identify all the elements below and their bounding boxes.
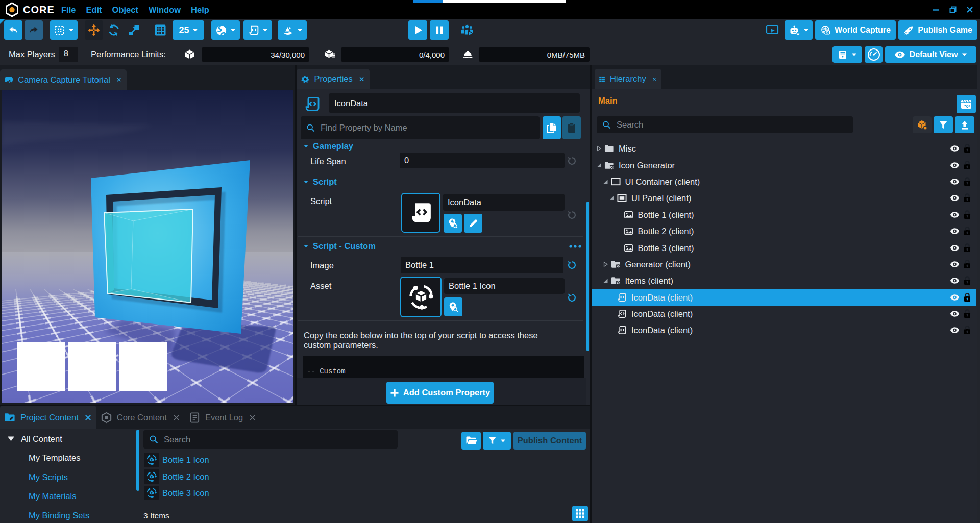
copy-properties-button[interactable]: [543, 116, 561, 139]
image-reset-icon[interactable]: [567, 260, 577, 270]
content-tree-item[interactable]: All Content: [0, 429, 135, 449]
content-filter-dropdown[interactable]: [483, 432, 511, 450]
expander-icon[interactable]: [603, 179, 608, 184]
lock-icon[interactable]: [964, 177, 971, 186]
visibility-eye-icon[interactable]: [950, 294, 960, 301]
image-value-input[interactable]: Bottle 1: [401, 257, 564, 273]
content-item[interactable]: Bottle 2 Icon: [141, 468, 346, 485]
asset-reset-icon[interactable]: [567, 293, 577, 303]
script-reset-icon[interactable]: [567, 210, 577, 220]
lock-icon[interactable]: [964, 243, 971, 253]
visibility-eye-icon[interactable]: [950, 228, 960, 235]
content-tab[interactable]: Event Log: [185, 406, 261, 429]
expander-icon[interactable]: [603, 278, 608, 284]
export-template-button[interactable]: [955, 116, 974, 133]
visibility-eye-icon[interactable]: [950, 211, 960, 218]
hierarchy-row[interactable]: IconData (client): [592, 289, 976, 306]
lock-icon[interactable]: [964, 144, 971, 154]
expander-icon[interactable]: [603, 261, 608, 267]
menu-item[interactable]: Window: [149, 5, 181, 15]
visibility-eye-icon[interactable]: [950, 162, 960, 169]
lock-icon[interactable]: [964, 160, 971, 170]
lock-icon[interactable]: [964, 193, 971, 203]
script-edit-button[interactable]: [464, 214, 482, 233]
content-tree-item[interactable]: My Templates: [0, 449, 135, 468]
undo-button[interactable]: [4, 20, 22, 40]
content-tree-scrollbar[interactable]: [136, 430, 139, 491]
asset-find-button[interactable]: [444, 297, 462, 316]
menu-item[interactable]: Edit: [86, 5, 102, 15]
minimize-button[interactable]: [931, 5, 941, 15]
terrain-dropdown[interactable]: [278, 20, 307, 40]
object-name-input[interactable]: IconData: [329, 93, 580, 113]
menu-item[interactable]: File: [61, 5, 76, 15]
script-dropdown[interactable]: [243, 20, 272, 40]
hierarchy-row[interactable]: Bottle 3 (client): [592, 239, 976, 256]
content-tab-close-icon[interactable]: [85, 414, 91, 421]
scene-settings-button[interactable]: [957, 95, 976, 113]
viewport-tab[interactable]: Camera Capture Tutorial: [0, 69, 127, 90]
hierarchy-row[interactable]: Items (client): [592, 272, 976, 289]
menu-item[interactable]: Help: [191, 5, 209, 15]
close-button[interactable]: [965, 5, 975, 15]
hierarchy-row[interactable]: Bottle 1 (client): [592, 207, 976, 223]
add-custom-property-button[interactable]: Add Custom Property: [386, 382, 494, 404]
script-asset-button[interactable]: [401, 193, 440, 233]
publish-game-button[interactable]: Publish Game: [898, 20, 977, 40]
multiplayer-preview-button[interactable]: [457, 20, 477, 40]
property-search-input[interactable]: Find Property by Name: [301, 116, 540, 139]
screen-share-button[interactable]: [764, 20, 781, 40]
pause-button[interactable]: [430, 20, 449, 40]
default-view-dropdown[interactable]: Default View: [885, 46, 976, 63]
max-players-input[interactable]: 8: [59, 47, 78, 62]
restore-button[interactable]: [948, 5, 958, 15]
asset-thumbnail-button[interactable]: [400, 277, 442, 317]
content-item[interactable]: Bottle 1 Icon: [141, 452, 346, 468]
content-tab-close-icon[interactable]: [249, 414, 256, 421]
section-gameplay[interactable]: Gameplay: [303, 141, 353, 151]
section-menu-icon[interactable]: [569, 244, 582, 248]
lock-icon[interactable]: [964, 309, 971, 319]
content-search-input[interactable]: Search: [143, 430, 398, 449]
expander-icon[interactable]: [596, 146, 602, 152]
snap-mode-dropdown[interactable]: [50, 20, 78, 40]
script-value-field[interactable]: IconData: [443, 194, 565, 211]
viewport-tab-close-icon[interactable]: [116, 76, 121, 83]
performance-gauge-button[interactable]: [865, 46, 883, 63]
hierarchy-row[interactable]: UI Panel (client): [592, 190, 976, 206]
expander-icon[interactable]: [609, 195, 615, 201]
visibility-eye-icon[interactable]: [950, 194, 960, 202]
lock-icon[interactable]: [964, 259, 971, 269]
lock-icon[interactable]: [964, 326, 971, 335]
content-tree-item[interactable]: My Materials: [0, 487, 135, 506]
properties-tab[interactable]: Properties: [297, 69, 370, 89]
content-item[interactable]: Bottle 3 Icon: [141, 485, 346, 502]
visibility-eye-icon[interactable]: [950, 327, 960, 334]
play-button[interactable]: [408, 20, 427, 40]
move-tool-button[interactable]: [85, 20, 103, 40]
tree-expander-icon[interactable]: [7, 436, 15, 441]
networked-filter-button[interactable]: [913, 116, 932, 133]
lock-icon[interactable]: [964, 227, 971, 236]
content-tab-close-icon[interactable]: [173, 414, 180, 421]
hierarchy-row[interactable]: Misc: [592, 140, 976, 157]
content-tab[interactable]: Core Content: [96, 406, 185, 429]
hierarchy-tab[interactable]: Hierarchy: [595, 69, 662, 89]
content-tab[interactable]: Project Content: [0, 406, 96, 429]
custom-code-block[interactable]: -- Custom local propImage = script:GetCu…: [303, 356, 584, 378]
visibility-eye-icon[interactable]: [950, 244, 960, 252]
grid-size-dropdown[interactable]: 25: [173, 20, 204, 40]
hierarchy-row[interactable]: IconData (client): [592, 322, 976, 338]
hierarchy-row[interactable]: Icon Generator: [592, 157, 976, 173]
scale-tool-button[interactable]: [126, 20, 143, 40]
grid-snap-button[interactable]: [151, 20, 169, 40]
hierarchy-row[interactable]: Generator (client): [592, 256, 976, 272]
section-script[interactable]: Script: [303, 177, 337, 187]
properties-scrollbar[interactable]: [586, 202, 589, 351]
hierarchy-row[interactable]: Bottle 2 (client): [592, 223, 976, 239]
publish-content-button[interactable]: Publish Content: [513, 432, 586, 450]
save-options-dropdown[interactable]: [832, 46, 862, 63]
hierarchy-search-input[interactable]: Search: [597, 116, 853, 133]
grid-view-button[interactable]: [572, 506, 588, 521]
viewport-3d-scene[interactable]: [2, 90, 293, 403]
